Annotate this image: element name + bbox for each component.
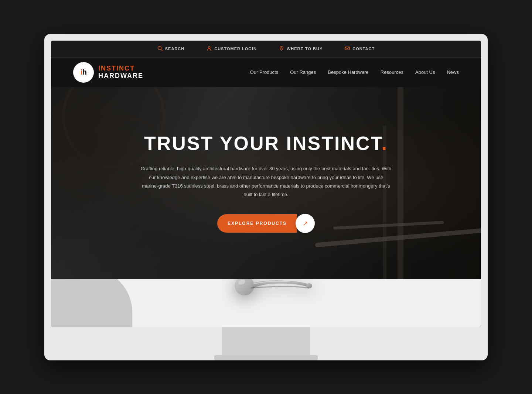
utility-where-to-buy[interactable]: WHERE TO BUY [279,46,323,52]
monitor-stand [222,327,310,360]
utility-contact[interactable]: CONTACT [345,46,375,52]
svg-line-1 [161,49,162,51]
contact-label: CONTACT [352,47,375,51]
explore-products-button[interactable]: EXPLORE PRODUCTS ↗ [217,214,315,233]
customer-login-label: CUSTOMER LOGIN [214,47,257,51]
nav-links: Our Products Our Ranges Bespoke Hardware… [250,69,459,75]
utility-bar: SEARCH CUSTOMER LOGIN WH [51,41,481,58]
user-icon [207,46,212,52]
svg-point-2 [208,47,210,48]
location-icon [279,46,284,52]
nav-about-us[interactable]: About Us [415,69,435,75]
hero-section: TRUST YOUR INSTINCT. Crafting reliable, … [51,87,481,279]
cta-label: EXPLORE PRODUCTS [217,214,297,233]
search-label: SEARCH [165,47,184,51]
monitor-frame: SEARCH CUSTOMER LOGIN WH [44,34,488,360]
utility-search[interactable]: SEARCH [157,46,184,52]
logo-circle: ih [73,62,94,83]
nav-our-ranges[interactable]: Our Ranges [290,69,316,75]
nav-resources[interactable]: Resources [381,69,403,75]
logo-instinct: INSTINCT [98,65,143,72]
logo[interactable]: ih INSTINCT HARDWARE [73,62,143,83]
logo-hardware: HARDWARE [98,72,143,80]
door-handle-container [218,279,314,318]
hero-title-dot: . [382,133,388,154]
hero-subtitle: Crafting reliable, high-quality architec… [140,164,392,199]
logo-text: INSTINCT HARDWARE [98,65,143,80]
where-to-buy-label: WHERE TO BUY [287,47,323,51]
nav-our-products[interactable]: Our Products [250,69,279,75]
nav-bespoke-hardware[interactable]: Bespoke Hardware [328,69,369,75]
search-icon [157,46,163,52]
svg-point-3 [281,47,282,48]
envelope-icon [345,46,350,52]
utility-customer-login[interactable]: CUSTOMER LOGIN [207,46,257,52]
logo-initials: ih [81,68,86,76]
monitor-screen: SEARCH CUSTOMER LOGIN WH [51,41,481,327]
below-fold-section [51,279,481,327]
door-handle-svg [218,279,314,316]
main-navigation: ih INSTINCT HARDWARE Our Products Our Ra… [51,58,481,87]
gray-shape [51,279,132,327]
hero-content: TRUST YOUR INSTINCT. Crafting reliable, … [51,87,481,279]
hero-title-main: TRUST YOUR INSTINCT [144,133,382,154]
nav-news[interactable]: News [447,69,459,75]
cta-arrow-icon: ↗ [296,214,315,233]
hero-title: TRUST YOUR INSTINCT. [144,133,388,154]
